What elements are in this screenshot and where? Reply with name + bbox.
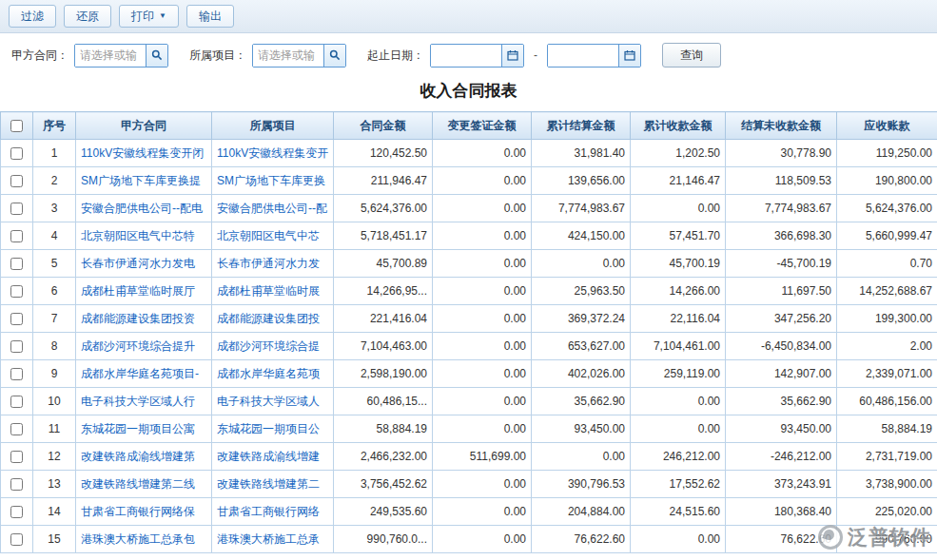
- amount-cell: 25,963.50: [532, 278, 631, 305]
- table-row: 8成都沙河环境综合提升成都沙河环境综合提7,104,463.000.00653,…: [1, 333, 937, 360]
- row-index-cell: 14: [33, 498, 76, 526]
- project-link[interactable]: 长春市伊通河水力发: [212, 250, 334, 278]
- party-contract-input[interactable]: [75, 45, 146, 67]
- print-button[interactable]: 打印 ▼: [119, 5, 179, 28]
- amount-cell: 30,778.90: [726, 140, 837, 167]
- project-link[interactable]: 港珠澳大桥施工总承: [212, 526, 334, 553]
- table-row: 7成都能源建设集团投资成都能源建设集团投221,416.040.00369,37…: [1, 305, 937, 333]
- row-checkbox-cell: [1, 195, 33, 222]
- project-link[interactable]: 电子科技大学区域人: [212, 388, 334, 415]
- contract-link[interactable]: 安徽合肥供电公司--配电: [76, 195, 212, 222]
- row-checkbox[interactable]: [10, 203, 23, 215]
- row-checkbox[interactable]: [10, 147, 23, 160]
- project-link[interactable]: 甘肃省工商银行网络: [212, 498, 334, 526]
- date-start-input[interactable]: [431, 45, 501, 67]
- party-contract-label: 甲方合同：: [11, 48, 68, 64]
- amount-cell: 347,256.20: [726, 305, 837, 333]
- row-checkbox[interactable]: [10, 258, 23, 270]
- row-checkbox[interactable]: [10, 313, 23, 325]
- row-checkbox-cell: [1, 443, 33, 471]
- row-checkbox-cell: [1, 360, 33, 388]
- amount-cell: 249,535.60: [334, 498, 433, 526]
- contract-link[interactable]: 110kV安徽线程集变开闭: [76, 140, 212, 167]
- project-label: 所属项目：: [189, 48, 246, 64]
- row-checkbox[interactable]: [10, 175, 23, 187]
- amount-cell: 120,452.50: [334, 140, 433, 167]
- date-end-input[interactable]: [548, 45, 618, 67]
- row-checkbox[interactable]: [10, 478, 23, 491]
- amount-cell: 0.00: [631, 415, 726, 443]
- amount-cell: -45,700.19: [726, 250, 837, 278]
- amount-cell: 139,656.00: [532, 167, 631, 195]
- project-link[interactable]: 110kV安徽线程集变开: [212, 140, 334, 167]
- contract-link[interactable]: 成都杜甫草堂临时展厅: [76, 278, 212, 305]
- row-checkbox[interactable]: [10, 230, 23, 242]
- amount-cell: 76,622.60: [726, 526, 837, 553]
- row-checkbox-cell: [1, 278, 33, 305]
- contract-link[interactable]: SM广场地下车库更换提: [76, 167, 212, 195]
- row-checkbox-cell: [1, 167, 33, 195]
- amount-cell: 5,624,376.00: [334, 195, 433, 222]
- project-link[interactable]: 安徽合肥供电公司--配: [212, 195, 334, 222]
- project-link[interactable]: 改建铁路线增建第二: [212, 471, 334, 498]
- project-link[interactable]: 东城花园一期项目公: [212, 415, 334, 443]
- project-link[interactable]: SM广场地下车库更换: [212, 167, 334, 195]
- row-checkbox[interactable]: [10, 423, 23, 435]
- export-button[interactable]: 输出: [186, 5, 234, 28]
- row-checkbox-cell: [1, 471, 33, 498]
- select-all-cell: [1, 112, 33, 140]
- row-checkbox[interactable]: [10, 340, 23, 353]
- amount-cell: 653,627.00: [532, 333, 631, 360]
- query-button[interactable]: 查询: [662, 43, 721, 68]
- restore-button[interactable]: 还原: [64, 5, 111, 28]
- project-link[interactable]: 成都能源建设集团投: [212, 305, 334, 333]
- contract-link[interactable]: 北京朝阳区电气中芯特: [76, 222, 212, 250]
- row-index-cell: 11: [33, 415, 76, 443]
- contract-link[interactable]: 改建铁路成渝线增建第: [76, 443, 212, 471]
- project-link[interactable]: 成都杜甫草堂临时展: [212, 278, 334, 305]
- project-link[interactable]: 成都沙河环境综合提: [212, 333, 334, 360]
- amount-cell: 5,660,999.47: [837, 222, 937, 250]
- row-checkbox[interactable]: [10, 506, 23, 518]
- row-checkbox[interactable]: [10, 285, 23, 298]
- contract-link[interactable]: 港珠澳大桥施工总承包: [76, 526, 212, 553]
- amount-cell: 180,368.40: [726, 498, 837, 526]
- restore-button-label: 还原: [76, 9, 99, 25]
- contract-link[interactable]: 电子科技大学区域人行: [76, 388, 212, 415]
- contract-link[interactable]: 东城花园一期项目公寓: [76, 415, 212, 443]
- row-checkbox-cell: [1, 415, 33, 443]
- amount-cell: 990,760.00: [837, 526, 937, 553]
- column-header-settled: 累计结算金额: [532, 112, 631, 140]
- amount-cell: 2,731,719.00: [837, 443, 937, 471]
- contract-link[interactable]: 改建铁路线增建第二线: [76, 471, 212, 498]
- row-index-cell: 15: [33, 526, 76, 553]
- calendar-icon: [507, 49, 518, 61]
- row-checkbox[interactable]: [10, 396, 23, 408]
- amount-cell: 0.00: [433, 305, 532, 333]
- column-header-project: 所属项目: [212, 112, 334, 140]
- filter-button[interactable]: 过滤: [9, 5, 56, 28]
- contract-link[interactable]: 甘肃省工商银行网络保: [76, 498, 212, 526]
- party-contract-search-button[interactable]: [146, 45, 167, 67]
- amount-cell: 118,509.53: [726, 167, 837, 195]
- row-checkbox[interactable]: [10, 451, 23, 463]
- contract-link[interactable]: 成都能源建设集团投资: [76, 305, 212, 333]
- date-start-picker-button[interactable]: [501, 45, 523, 67]
- amount-cell: 190,800.00: [837, 167, 937, 195]
- amount-cell: 511,699.00: [433, 443, 532, 471]
- amount-cell: 60,486,156.00: [837, 388, 937, 415]
- row-checkbox[interactable]: [10, 368, 23, 380]
- project-link[interactable]: 改建铁路成渝线增建: [212, 443, 334, 471]
- contract-link[interactable]: 成都沙河环境综合提升: [76, 333, 212, 360]
- select-all-checkbox[interactable]: [10, 120, 23, 132]
- contract-link[interactable]: 长春市伊通河水力发电: [76, 250, 212, 278]
- date-end-picker-button[interactable]: [618, 45, 640, 67]
- row-checkbox[interactable]: [10, 533, 23, 546]
- project-link[interactable]: 北京朝阳区电气中芯: [212, 222, 334, 250]
- contract-link[interactable]: 成都水岸华庭名苑项目-: [76, 360, 212, 388]
- project-link[interactable]: 成都水岸华庭名苑项: [212, 360, 334, 388]
- row-index-cell: 13: [33, 471, 76, 498]
- project-input[interactable]: [253, 45, 323, 67]
- project-search-button[interactable]: [323, 45, 345, 67]
- row-checkbox-cell: [1, 222, 33, 250]
